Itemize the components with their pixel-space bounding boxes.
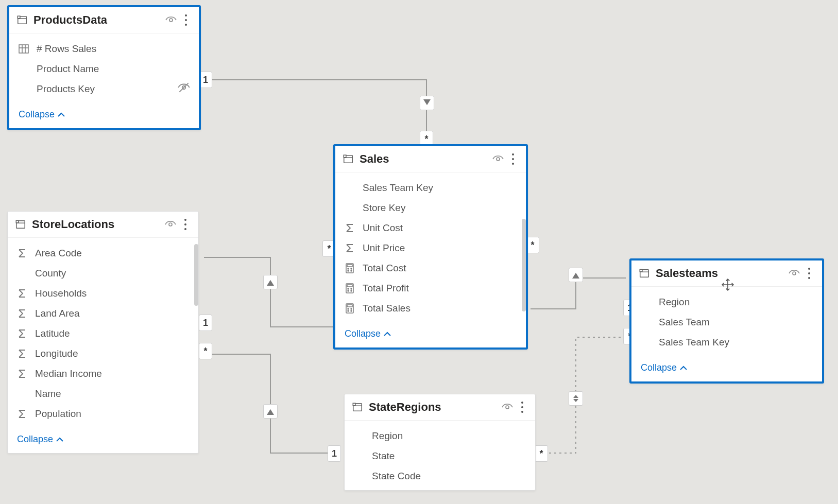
visibility-icon[interactable] bbox=[165, 14, 177, 26]
table-header-productsdata[interactable]: ProductsData bbox=[9, 7, 199, 33]
table-salesteams[interactable]: Salesteams Region Sales Team Sales Team … bbox=[629, 258, 824, 384]
cardinality-stateregions-star: * bbox=[535, 445, 548, 462]
table-storelocations[interactable]: StoreLocations Area Code County Househol… bbox=[7, 211, 199, 454]
collapse-toggle[interactable]: Collapse bbox=[641, 362, 687, 373]
cardinality-stateregions-1: 1 bbox=[328, 445, 341, 462]
field-st-region[interactable]: Region bbox=[640, 292, 814, 312]
svg-rect-27 bbox=[347, 305, 352, 307]
measure-table-icon bbox=[18, 43, 30, 55]
sigma-icon bbox=[344, 222, 356, 234]
field-label: Unit Cost bbox=[363, 222, 403, 234]
field-st-salesteamkey[interactable]: Sales Team Key bbox=[640, 332, 814, 352]
svg-point-34 bbox=[169, 223, 172, 226]
filter-arrow-storeloc-stateregions bbox=[263, 404, 278, 419]
table-menu-icon[interactable] bbox=[180, 217, 191, 232]
field-st-salesteam[interactable]: Sales Team bbox=[640, 312, 814, 332]
filter-arrow-salesteams-sales bbox=[569, 268, 583, 282]
scrollbar[interactable] bbox=[194, 244, 198, 306]
svg-point-24 bbox=[348, 290, 349, 291]
field-products-key[interactable]: Products Key bbox=[18, 79, 191, 99]
field-name[interactable]: Name bbox=[16, 384, 186, 404]
svg-rect-9 bbox=[19, 45, 28, 53]
field-label: Area Code bbox=[35, 248, 82, 259]
field-state-code[interactable]: State Code bbox=[353, 466, 527, 486]
field-label: # Rows Sales bbox=[37, 43, 96, 55]
move-cursor-icon bbox=[721, 278, 734, 293]
field-area-code[interactable]: Area Code bbox=[16, 243, 186, 263]
svg-rect-21 bbox=[347, 285, 352, 287]
field-county[interactable]: County bbox=[16, 263, 186, 283]
field-latitude[interactable]: Latitude bbox=[16, 323, 186, 343]
scrollbar[interactable] bbox=[522, 219, 526, 311]
field-unit-price[interactable]: Unit Price bbox=[344, 238, 514, 258]
field-land-area[interactable]: Land Area bbox=[16, 303, 186, 323]
svg-marker-1 bbox=[267, 280, 274, 286]
table-header-storelocations[interactable]: StoreLocations bbox=[8, 212, 198, 238]
visibility-icon[interactable] bbox=[492, 153, 504, 165]
field-label: Product Name bbox=[37, 63, 99, 75]
filter-arrow-salesteams-stateregions bbox=[569, 391, 583, 406]
table-title: Salesteams bbox=[656, 267, 718, 280]
table-productsdata[interactable]: ProductsData # Rows Sales Product Name P… bbox=[7, 5, 201, 130]
table-sales[interactable]: Sales Sales Team Key Store Key Unit Cost… bbox=[333, 144, 528, 350]
collapse-toggle[interactable]: Collapse bbox=[345, 328, 391, 339]
chevron-up-icon bbox=[680, 362, 687, 373]
collapse-toggle[interactable]: Collapse bbox=[17, 434, 63, 445]
field-label: Longitude bbox=[35, 348, 78, 359]
field-rows-sales[interactable]: # Rows Sales bbox=[18, 39, 191, 59]
field-total-sales[interactable]: Total Sales bbox=[344, 298, 514, 318]
visibility-icon[interactable] bbox=[164, 218, 177, 231]
field-population[interactable]: Population bbox=[16, 404, 186, 424]
visibility-icon[interactable] bbox=[501, 401, 514, 413]
field-state[interactable]: State bbox=[353, 446, 527, 466]
svg-point-23 bbox=[351, 288, 352, 289]
svg-marker-2 bbox=[267, 409, 274, 415]
table-icon bbox=[15, 219, 26, 230]
field-label: Households bbox=[35, 288, 87, 299]
table-header-stateregions[interactable]: StateRegions bbox=[345, 394, 535, 421]
table-menu-icon[interactable] bbox=[803, 266, 815, 281]
field-total-cost[interactable]: Total Cost bbox=[344, 258, 514, 278]
table-title: StateRegions bbox=[369, 401, 441, 414]
collapse-toggle[interactable]: Collapse bbox=[19, 109, 65, 120]
filter-arrow-products-sales bbox=[420, 96, 434, 110]
sigma-icon bbox=[16, 307, 28, 320]
field-label: Latitude bbox=[35, 328, 70, 339]
svg-rect-39 bbox=[640, 269, 642, 272]
field-unit-cost[interactable]: Unit Cost bbox=[344, 218, 514, 238]
table-stateregions[interactable]: StateRegions Region State State Code bbox=[344, 394, 536, 491]
model-canvas[interactable]: 1 * 1 * * 1 1 * * * ProductsData # Rows … bbox=[0, 0, 838, 504]
table-header-sales[interactable]: Sales bbox=[335, 146, 526, 172]
field-store-key[interactable]: Store Key bbox=[344, 198, 514, 218]
hidden-icon[interactable] bbox=[177, 81, 191, 97]
svg-rect-33 bbox=[16, 220, 19, 223]
svg-point-40 bbox=[793, 272, 796, 275]
sigma-icon bbox=[16, 327, 28, 340]
table-menu-icon[interactable] bbox=[507, 151, 519, 167]
field-label: County bbox=[35, 268, 66, 279]
field-longitude[interactable]: Longitude bbox=[16, 343, 186, 363]
field-product-name[interactable]: Product Name bbox=[18, 59, 191, 79]
svg-marker-0 bbox=[423, 99, 431, 105]
field-median-income[interactable]: Median Income bbox=[16, 363, 186, 384]
sigma-icon bbox=[16, 347, 28, 360]
svg-point-18 bbox=[348, 270, 349, 271]
table-menu-icon[interactable] bbox=[517, 399, 528, 415]
field-region[interactable]: Region bbox=[353, 426, 527, 446]
field-label: Products Key bbox=[37, 83, 95, 95]
svg-rect-36 bbox=[353, 403, 355, 406]
table-menu-icon[interactable] bbox=[180, 12, 192, 28]
sigma-icon bbox=[16, 368, 28, 380]
field-households[interactable]: Households bbox=[16, 283, 186, 303]
field-label: Sales Team Key bbox=[363, 182, 433, 194]
svg-point-30 bbox=[348, 310, 349, 311]
field-label: Median Income bbox=[35, 368, 102, 379]
visibility-icon[interactable] bbox=[788, 267, 800, 280]
svg-point-13 bbox=[497, 158, 500, 161]
table-icon bbox=[352, 402, 363, 413]
svg-point-16 bbox=[348, 268, 349, 269]
field-total-profit[interactable]: Total Profit bbox=[344, 278, 514, 298]
svg-marker-4 bbox=[573, 395, 578, 398]
field-sales-team-key[interactable]: Sales Team Key bbox=[344, 178, 514, 198]
svg-point-28 bbox=[348, 308, 349, 309]
